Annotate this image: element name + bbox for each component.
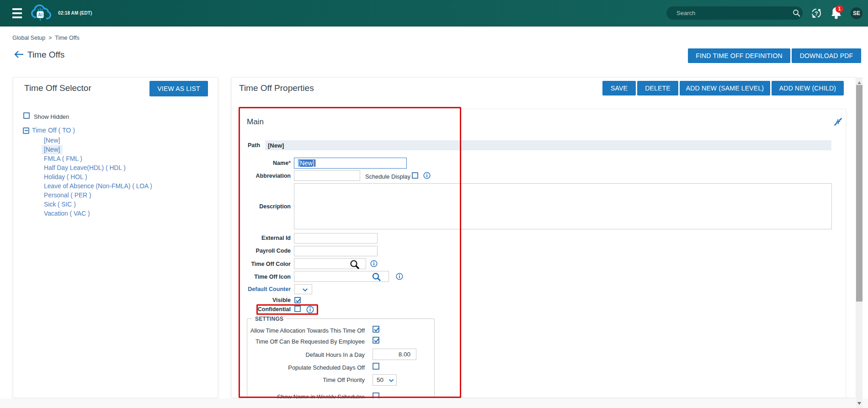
svg-text:?: ? [815,11,818,17]
svg-text:AI: AI [38,12,43,17]
